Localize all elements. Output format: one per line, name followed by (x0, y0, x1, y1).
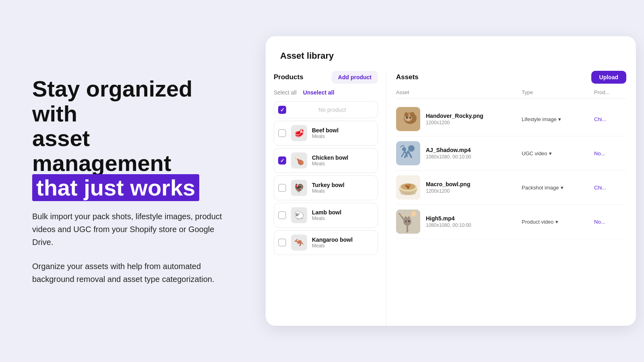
asset-type-dropdown[interactable]: Lifestyle image ▾ (522, 116, 594, 122)
chevron-down-icon: ▾ (561, 185, 564, 191)
chicken-bowl-thumb: 🍗 (291, 152, 307, 169)
list-item[interactable]: 🦘 Kangaroo bowl Meals (274, 230, 378, 255)
app-title: Asset library (266, 51, 636, 71)
turkey-bowl-thumb: 🦃 (291, 180, 307, 196)
col-product: Prod... (594, 89, 626, 95)
chevron-down-icon: ▾ (558, 116, 561, 122)
turkey-bowl-checkbox[interactable] (278, 184, 286, 192)
list-item[interactable]: 🥩 Beef bowl Meals (274, 121, 378, 146)
asset-info: AJ_Shadow.mp4 1080x1080, 00:10:00 (396, 141, 522, 165)
hero-highlight: that just works (32, 174, 199, 201)
asset-details: Macro_bowl.png 1200x1200 (426, 181, 522, 194)
beef-bowl-category: Meals (312, 134, 374, 139)
chicken-bowl-name: Chicken bowl (312, 154, 374, 161)
asset-type-dropdown[interactable]: Product video ▾ (522, 219, 594, 225)
svg-point-23 (407, 186, 409, 189)
svg-point-7 (407, 119, 410, 121)
asset-name: Handover_Rocky.png (426, 113, 522, 119)
beef-bowl-checkbox[interactable] (278, 129, 286, 137)
beef-bowl-name: Beef bowl (312, 127, 374, 134)
app-content: Products Add product Select all Unselect… (266, 71, 636, 326)
beef-bowl-info: Beef bowl Meals (312, 127, 374, 139)
kangaroo-bowl-category: Meals (312, 243, 374, 249)
turkey-bowl-info: Turkey bowl Meals (312, 182, 374, 194)
right-panel: Asset library Products Add product Selec… (266, 0, 644, 362)
svg-rect-8 (396, 141, 420, 165)
chicken-bowl-category: Meals (312, 161, 374, 167)
assets-header: Assets Upload (396, 71, 626, 84)
hero-body-2: Organize your assets with help from auto… (32, 260, 233, 286)
lamb-bowl-category: Meals (312, 216, 374, 221)
asset-details: Handover_Rocky.png 1200x1200 (426, 113, 522, 125)
beef-bowl-thumb: 🥩 (291, 125, 307, 141)
asset-product: Chi... (594, 116, 626, 122)
table-row: High5.mp4 1080x1080, 00:10:00 Product vi… (396, 205, 626, 239)
svg-point-24 (400, 192, 416, 195)
asset-size: 1080x1080, 00:10:00 (426, 222, 522, 228)
svg-point-5 (406, 117, 408, 119)
products-header: Products Add product (274, 71, 378, 84)
list-item[interactable]: 🐑 Lamb bowl Meals (274, 203, 378, 228)
kangaroo-bowl-thumb: 🦘 (291, 234, 307, 251)
table-row: AJ_Shadow.mp4 1080x1080, 00:10:00 UGC vi… (396, 136, 626, 171)
assets-columns: Asset Type Prod... (396, 89, 626, 99)
kangaroo-bowl-checkbox[interactable] (278, 239, 286, 247)
col-type: Type (522, 89, 594, 95)
asset-type-dropdown[interactable]: UGC video ▾ (522, 150, 594, 156)
select-all-button[interactable]: Select all (274, 89, 297, 96)
asset-thumb (396, 107, 420, 131)
asset-product: Chi... (594, 185, 626, 191)
asset-info: Handover_Rocky.png 1200x1200 (396, 107, 522, 131)
products-panel: Products Add product Select all Unselect… (266, 71, 386, 326)
bowl-icon (396, 175, 420, 200)
asset-type-dropdown[interactable]: Packshot image ▾ (522, 185, 594, 191)
kangaroo-bowl-info: Kangaroo bowl Meals (312, 237, 374, 249)
asset-details: AJ_Shadow.mp4 1080x1080, 00:10:00 (426, 147, 522, 160)
asset-info: Macro_bowl.png 1200x1200 (396, 175, 522, 200)
turkey-bowl-category: Meals (312, 188, 374, 194)
dog-icon (396, 107, 420, 131)
products-title: Products (274, 73, 303, 81)
svg-point-14 (402, 147, 406, 151)
table-row: Handover_Rocky.png 1200x1200 Lifestyle i… (396, 102, 626, 136)
svg-point-26 (403, 218, 411, 226)
turkey-bowl-name: Turkey bowl (312, 182, 374, 188)
asset-size: 1080x1080, 00:10:00 (426, 154, 522, 160)
hero-body-1: Bulk import your pack shots, lifestyle i… (32, 210, 233, 249)
lamb-bowl-thumb: 🐑 (291, 207, 307, 223)
asset-size: 1200x1200 (426, 188, 522, 194)
cat-icon (396, 210, 420, 234)
asset-thumb (396, 210, 420, 234)
svg-point-22 (408, 184, 411, 187)
chicken-bowl-checkbox[interactable] (278, 156, 286, 165)
upload-button[interactable]: Upload (591, 71, 626, 84)
lamb-bowl-info: Lamb bowl Meals (312, 209, 374, 221)
no-product-item[interactable]: No product (274, 101, 378, 118)
asset-product: No... (594, 219, 626, 225)
assets-title: Assets (396, 73, 419, 81)
unselect-all-button[interactable]: Unselect all (303, 89, 334, 96)
list-item[interactable]: 🦃 Turkey bowl Meals (274, 175, 378, 200)
add-product-button[interactable]: Add product (332, 71, 378, 84)
asset-thumb (396, 141, 420, 165)
svg-point-34 (411, 211, 416, 216)
select-row: Select all Unselect all (274, 89, 378, 96)
app-card: Asset library Products Add product Selec… (266, 36, 636, 326)
chicken-bowl-info: Chicken bowl Meals (312, 154, 374, 167)
chevron-down-icon: ▾ (555, 219, 558, 225)
assets-panel: Assets Upload Asset Type Prod... (386, 71, 636, 326)
asset-details: High5.mp4 1080x1080, 00:10:00 (426, 215, 522, 228)
no-product-checkbox[interactable] (278, 106, 286, 114)
kangaroo-bowl-name: Kangaroo bowl (312, 237, 374, 243)
table-row: Macro_bowl.png 1200x1200 Packshot image … (396, 171, 626, 205)
svg-point-9 (408, 145, 415, 152)
lamb-bowl-checkbox[interactable] (278, 211, 286, 219)
asset-name: Macro_bowl.png (426, 181, 522, 187)
no-product-label: No product (291, 107, 374, 113)
asset-product: No... (594, 150, 626, 156)
asset-info: High5.mp4 1080x1080, 00:10:00 (396, 210, 522, 234)
list-item[interactable]: 🍗 Chicken bowl Meals (274, 148, 378, 173)
asset-size: 1200x1200 (426, 120, 522, 125)
chevron-down-icon: ▾ (549, 150, 552, 156)
dog-walking-icon (396, 141, 420, 165)
